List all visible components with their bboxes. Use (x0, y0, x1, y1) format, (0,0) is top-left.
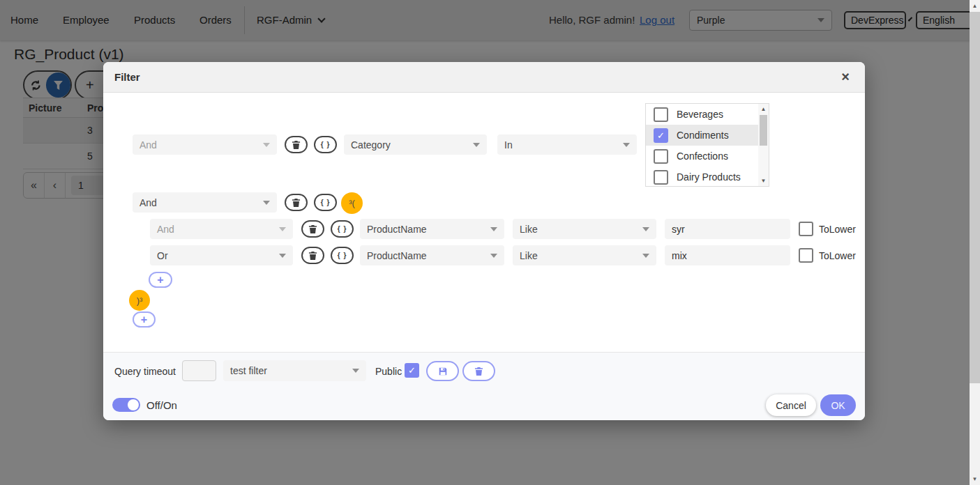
list-item[interactable]: Condiments (646, 125, 769, 146)
dropdown-arrow-icon (490, 254, 497, 258)
condition-operator-select[interactable]: Like (513, 219, 656, 239)
save-filter-button[interactable] (426, 361, 459, 381)
add-root-condition-button[interactable]: + (133, 311, 156, 328)
root-operator-select[interactable]: In (497, 134, 637, 155)
scroll-down-icon[interactable]: ▼ (758, 178, 769, 184)
group-braces-button[interactable]: { } (314, 194, 337, 211)
group-braces-button[interactable]: { } (331, 247, 354, 264)
tolower-checkbox[interactable] (799, 248, 813, 263)
condition-logic-select[interactable]: And (150, 219, 293, 239)
dropdown-arrow-icon (263, 143, 270, 147)
dropdown-arrow-icon (279, 254, 286, 258)
scroll-down-icon[interactable]: ▼ (970, 476, 980, 482)
query-timeout-input[interactable] (182, 360, 216, 381)
delete-filter-button[interactable] (462, 361, 495, 381)
dropdown-arrow-icon (473, 143, 480, 147)
dropdown-arrow-icon (352, 369, 359, 373)
trash-icon (308, 251, 317, 261)
tolower-checkbox[interactable] (799, 222, 813, 236)
close-icon[interactable]: × (841, 70, 850, 84)
root-logic-select[interactable]: And (133, 134, 277, 155)
condition-value-input[interactable] (665, 245, 790, 265)
scroll-up-icon[interactable]: ▲ (970, 3, 980, 9)
group-close-bracket-badge: )³ (129, 290, 150, 311)
condition-field-select[interactable]: ProductName (360, 219, 504, 239)
group-braces-button[interactable]: { } (314, 136, 337, 153)
condition-value-input[interactable] (665, 219, 790, 239)
delete-condition-button[interactable] (285, 136, 308, 153)
cancel-button[interactable]: Cancel (766, 394, 816, 416)
braces-icon: { } (338, 252, 347, 259)
dropdown-arrow-icon (642, 254, 649, 258)
list-scrollbar[interactable]: ▲ ▼ (758, 104, 769, 186)
ok-button[interactable]: OK (820, 394, 856, 416)
dropdown-arrow-icon (263, 201, 270, 205)
checkbox-unchecked[interactable] (654, 149, 668, 164)
toggle-knob (128, 399, 139, 410)
group-open-bracket-badge: ³( (341, 192, 363, 214)
delete-group-button[interactable] (285, 194, 308, 211)
trash-icon (474, 367, 483, 376)
dropdown-arrow-icon (623, 143, 630, 147)
public-checkbox[interactable] (405, 363, 419, 378)
list-item[interactable]: Beverages (646, 104, 769, 125)
dialog-title: Filter (114, 71, 140, 83)
trash-icon (308, 224, 317, 234)
save-icon (438, 367, 448, 376)
dropdown-arrow-icon (642, 227, 649, 231)
condition-field-select[interactable]: ProductName (360, 245, 504, 265)
checkbox-unchecked[interactable] (654, 170, 668, 185)
filter-dialog: Filter × And { } Category In Beverages C… (103, 62, 865, 420)
trash-icon (292, 140, 301, 150)
page-scrollbar[interactable]: ▲ ▼ (970, 0, 980, 485)
checkbox-unchecked[interactable] (654, 107, 668, 122)
condition-operator-select[interactable]: Like (513, 245, 656, 265)
root-field-select[interactable]: Category (344, 134, 487, 155)
saved-filter-select[interactable]: test filter (223, 360, 366, 381)
delete-condition-button[interactable] (301, 220, 324, 238)
braces-icon: { } (321, 199, 331, 206)
off-on-toggle[interactable] (112, 398, 140, 412)
add-condition-button[interactable]: + (149, 272, 172, 288)
list-item[interactable]: Dairy Products (646, 167, 769, 187)
delete-condition-button[interactable] (301, 247, 324, 264)
braces-icon: { } (321, 141, 331, 148)
list-item[interactable]: Confections (646, 146, 769, 167)
condition-logic-select[interactable]: Or (150, 245, 293, 265)
filter-settings-bar: Query timeout test filter Public (103, 352, 865, 389)
public-label: Public (375, 366, 402, 377)
category-listbox: Beverages Condiments Confections Dairy P… (645, 103, 769, 187)
query-timeout-label: Query timeout (114, 366, 176, 377)
scrollbar-thumb[interactable] (970, 12, 980, 383)
tolower-label: ToLower (819, 224, 856, 235)
scrollbar-thumb[interactable] (760, 115, 767, 146)
trash-icon (292, 198, 301, 208)
group-logic-select[interactable]: And (133, 192, 277, 213)
checkbox-checked[interactable] (654, 128, 668, 143)
tolower-label: ToLower (819, 250, 856, 261)
dropdown-arrow-icon (279, 227, 286, 231)
group-braces-button[interactable]: { } (331, 220, 354, 238)
toggle-label: Off/On (146, 399, 177, 411)
braces-icon: { } (338, 225, 347, 233)
scroll-up-icon[interactable]: ▲ (758, 106, 769, 112)
dialog-footer: Off/On Cancel OK (103, 389, 865, 420)
dropdown-arrow-icon (490, 227, 497, 231)
dialog-header: Filter × (103, 62, 865, 93)
